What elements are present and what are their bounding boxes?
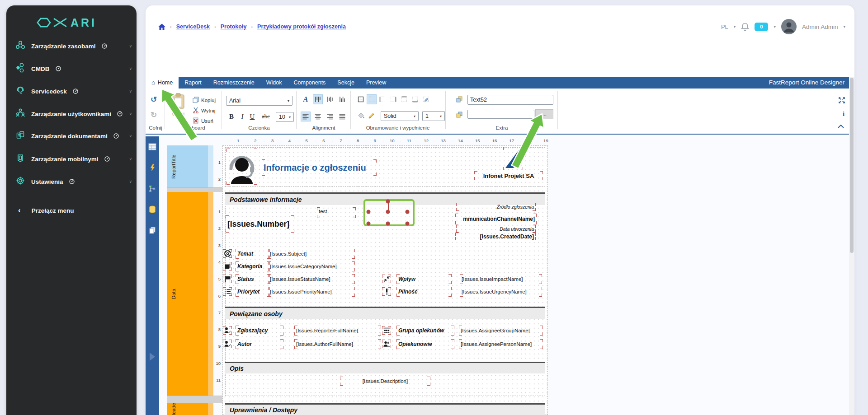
- cut-button[interactable]: Wytnij: [193, 107, 215, 114]
- field-value[interactable]: [Issues.Subject]: [268, 249, 355, 259]
- company-name-text[interactable]: Infonet Projekt SA: [474, 171, 543, 180]
- font-size-select[interactable]: 10▾: [276, 112, 294, 122]
- created-label-object[interactable]: Data utworzenia: [456, 225, 536, 233]
- collapse-ribbon-icon[interactable]: [836, 122, 845, 131]
- breadcrumb-protokoly[interactable]: Protokoły: [221, 23, 247, 30]
- undo-icon[interactable]: ↺: [149, 95, 158, 104]
- field-value[interactable]: [Issues.IssueUrgencyName]: [460, 287, 542, 297]
- breadcrumb-current[interactable]: Przykładowy protokół zgłoszenia: [257, 23, 346, 30]
- field-value[interactable]: [Issues.IssueCategoryName]: [268, 261, 355, 271]
- assignees-icon[interactable]: [382, 340, 391, 348]
- tab-raport[interactable]: Raport: [179, 77, 208, 89]
- font-family-select[interactable]: Arial▾: [226, 96, 292, 106]
- font-color-button[interactable]: A: [301, 95, 310, 104]
- sidebar-item-3[interactable]: Servicedesk∨: [15, 85, 132, 98]
- border-none-button[interactable]: [367, 95, 376, 104]
- field-value[interactable]: [Issues.IssueImpactName]: [460, 274, 542, 284]
- language-selector[interactable]: PL: [721, 23, 728, 30]
- align-justify-button[interactable]: [338, 112, 347, 121]
- object-text-input[interactable]: [467, 110, 534, 119]
- sidebar-item-4[interactable]: Zarządzanie użytkownikami∨: [15, 107, 132, 120]
- redo-icon[interactable]: ↻: [149, 110, 158, 119]
- tab-widok[interactable]: Widok: [260, 77, 288, 89]
- fullscreen-icon[interactable]: [837, 96, 846, 105]
- field-value[interactable]: [Issues.AuthorFullName]: [294, 339, 381, 349]
- field-label[interactable]: Kategoria: [236, 261, 270, 271]
- description-object[interactable]: [Issues.Description]: [340, 377, 430, 386]
- bold-button[interactable]: B: [227, 112, 236, 121]
- reporter-icon[interactable]: [223, 326, 232, 335]
- border-left-button[interactable]: [378, 95, 387, 104]
- field-label[interactable]: Zgłaszający: [236, 326, 283, 336]
- fill-color-button[interactable]: [356, 111, 365, 120]
- properties-icon[interactable]: [148, 142, 157, 151]
- line-color-button[interactable]: [367, 111, 376, 120]
- resize-handle[interactable]: [406, 210, 410, 214]
- resize-handle[interactable]: [386, 222, 390, 226]
- company-logo[interactable]: [503, 147, 523, 170]
- report-page[interactable]: Informacje o zgłoszeniu Infonet Projekt …: [222, 145, 548, 415]
- band-report-title[interactable]: ReportTitle: [167, 145, 208, 187]
- field-label[interactable]: Wpływ: [396, 274, 452, 284]
- sidebar-item-7[interactable]: Ustawienia∨: [15, 175, 132, 188]
- source-value-object[interactable]: mmunicationChannelName]: [455, 214, 537, 224]
- subject-icon[interactable]: [223, 249, 232, 258]
- border-top-button[interactable]: [400, 95, 409, 104]
- group-icon[interactable]: [382, 326, 391, 335]
- field-label[interactable]: Temat: [236, 249, 270, 259]
- author-icon[interactable]: [223, 340, 232, 348]
- underline-button[interactable]: U: [248, 112, 257, 121]
- valign-bottom-button[interactable]: [338, 95, 347, 104]
- border-all-button[interactable]: [356, 95, 365, 104]
- border-right-button[interactable]: [389, 95, 398, 104]
- resize-handle[interactable]: [367, 210, 371, 214]
- data-dictionary-icon[interactable]: [148, 205, 157, 214]
- resize-handle[interactable]: [367, 222, 371, 226]
- user-name[interactable]: Admin Admin: [802, 23, 838, 30]
- avatar[interactable]: [781, 19, 797, 34]
- sidebar-toggle[interactable]: ‹ Przełącz menu: [15, 204, 132, 217]
- field-label[interactable]: Grupa opiekunów: [396, 326, 454, 336]
- bring-to-front-button[interactable]: [455, 95, 464, 104]
- field-value[interactable]: [Issues.AssigneeGroupName]: [459, 326, 543, 336]
- report-title-text[interactable]: Informacje o zgłoszeniu: [262, 159, 377, 176]
- breadcrumb-servicedesk[interactable]: ServiceDesk: [176, 23, 210, 30]
- band-group-header[interactable]: GroupHeader1: [167, 403, 208, 415]
- sidebar-item-6[interactable]: Zarządzanie mobilnymi∨: [15, 153, 132, 165]
- rotation-handle[interactable]: [386, 200, 390, 204]
- status-icon[interactable]: [223, 275, 232, 283]
- border-bottom-button[interactable]: [410, 95, 420, 104]
- impact-icon[interactable]: [382, 275, 391, 283]
- border-width-select[interactable]: 1▾: [422, 111, 445, 121]
- delete-button[interactable]: Usuń: [193, 117, 213, 125]
- urgency-icon[interactable]: [382, 287, 391, 296]
- align-right-button[interactable]: [326, 112, 335, 121]
- align-center-button[interactable]: [313, 112, 322, 121]
- sidebar-item-1[interactable]: Zarządzanie zasobami∨: [15, 40, 132, 52]
- expression-editor-button[interactable]: ...: [535, 109, 553, 119]
- sidebar-item-2[interactable]: CMDB∨: [15, 62, 132, 75]
- info-icon[interactable]: i: [839, 109, 848, 118]
- source-label-object[interactable]: Źródło zgłoszenia: [456, 203, 536, 211]
- section-description[interactable]: Opis: [225, 362, 545, 373]
- section-people[interactable]: Powiązane osoby: [225, 307, 545, 319]
- tab-rozmieszczenie[interactable]: Rozmieszczenie: [208, 77, 260, 89]
- paste-button[interactable]: Wklej: [167, 93, 189, 124]
- user-caret-icon[interactable]: ▾: [843, 24, 845, 29]
- band-data[interactable]: Data: [167, 192, 208, 396]
- tab-sekcje[interactable]: Sekcje: [331, 77, 360, 89]
- notification-badge[interactable]: 0: [755, 23, 768, 31]
- send-to-back-button[interactable]: [455, 110, 464, 119]
- expand-panel-icon[interactable]: [148, 352, 157, 361]
- scrollbar[interactable]: [849, 77, 854, 415]
- pages-icon[interactable]: [148, 226, 157, 235]
- valign-top-button[interactable]: [313, 95, 322, 104]
- field-value[interactable]: [Issues.IssuePriorityName]: [268, 287, 355, 297]
- tab-preview[interactable]: Preview: [360, 77, 392, 89]
- resize-handle[interactable]: [386, 210, 390, 214]
- scrollbar-thumb[interactable]: [850, 78, 854, 253]
- tab-home[interactable]: ⌂Home: [146, 77, 179, 89]
- events-icon[interactable]: [148, 163, 157, 172]
- issue-number-object[interactable]: [Issues.Number]: [226, 215, 294, 233]
- italic-button[interactable]: I: [238, 112, 247, 121]
